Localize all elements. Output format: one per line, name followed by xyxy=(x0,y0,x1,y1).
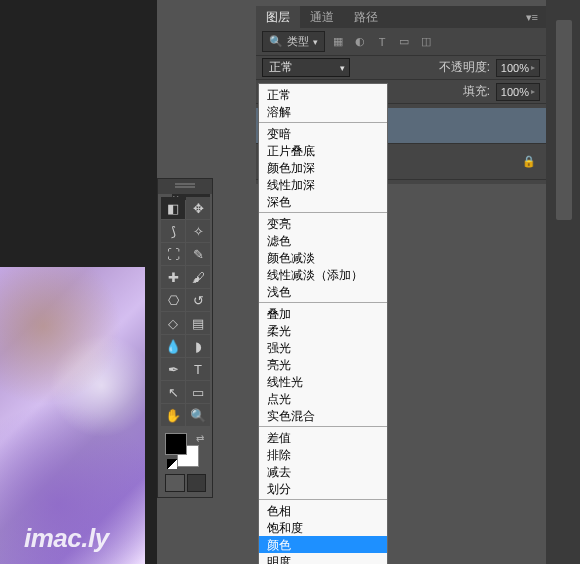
blend-mode-item[interactable]: 点光 xyxy=(259,390,387,407)
filter-adjust-icon[interactable]: ◐ xyxy=(351,33,369,51)
panel-tabs: 图层 通道 路径 ▾≡ xyxy=(256,6,546,28)
filter-shape-icon[interactable]: ▭ xyxy=(395,33,413,51)
tool-panel-grip[interactable] xyxy=(158,179,212,194)
blend-mode-item[interactable]: 颜色加深 xyxy=(259,159,387,176)
tool-stamp[interactable]: ⎔ xyxy=(161,289,185,311)
tool-crop[interactable]: ⛶ xyxy=(161,243,185,265)
filter-smart-icon[interactable]: ◫ xyxy=(417,33,435,51)
tool-heal[interactable]: ✚ xyxy=(161,266,185,288)
watermark: imac.ly xyxy=(24,523,109,554)
tool-move[interactable]: ✥ xyxy=(186,197,210,219)
blend-mode-item[interactable]: 排除 xyxy=(259,446,387,463)
tool-eyedropper[interactable]: ✎ xyxy=(186,243,210,265)
search-icon: 🔍 xyxy=(269,35,283,48)
blend-mode-item[interactable]: 亮光 xyxy=(259,356,387,373)
fill-input[interactable]: 100% xyxy=(496,83,540,101)
canvas-area xyxy=(0,0,157,564)
tool-panel: ◧✥⟆✧⛶✎✚🖌⎔↺◇▤💧◗✒T↖▭✋🔍⇄ xyxy=(157,178,213,498)
tool-hand[interactable]: ✋ xyxy=(161,404,185,426)
blend-mode-menu: 正常溶解变暗正片叠底颜色加深线性加深深色变亮滤色颜色减淡线性减淡（添加）浅色叠加… xyxy=(258,83,388,564)
blend-mode-item[interactable]: 叠加 xyxy=(259,305,387,322)
tool-dodge[interactable]: ◗ xyxy=(186,335,210,357)
swap-colors-icon[interactable]: ⇄ xyxy=(196,433,204,444)
tab-paths[interactable]: 路径 xyxy=(344,6,388,28)
blend-mode-item[interactable]: 饱和度 xyxy=(259,519,387,536)
opacity-label: 不透明度: xyxy=(439,59,490,76)
blend-mode-item[interactable]: 浅色 xyxy=(259,283,387,300)
filter-type-icon[interactable]: T xyxy=(373,33,391,51)
blend-current-label: 正常 xyxy=(269,59,293,76)
filter-pixel-icon[interactable]: ▦ xyxy=(329,33,347,51)
tool-brush[interactable]: 🖌 xyxy=(186,266,210,288)
tool-marquee[interactable]: ◧ xyxy=(161,197,185,219)
blend-mode-item[interactable]: 明度 xyxy=(259,553,387,564)
blend-mode-item[interactable]: 划分 xyxy=(259,480,387,497)
tool-type[interactable]: T xyxy=(186,358,210,380)
default-colors-icon[interactable] xyxy=(167,459,177,469)
tool-pen[interactable]: ✒ xyxy=(161,358,185,380)
lock-icon: 🔒 xyxy=(522,155,536,168)
blend-mode-item[interactable]: 颜色 xyxy=(259,536,387,553)
tab-channels[interactable]: 通道 xyxy=(300,6,344,28)
color-swatch[interactable]: ⇄ xyxy=(161,431,210,471)
blend-mode-item[interactable]: 色相 xyxy=(259,502,387,519)
blend-mode-item[interactable]: 滤色 xyxy=(259,232,387,249)
filter-kind-label: 类型 xyxy=(287,34,309,49)
blend-mode-item[interactable]: 柔光 xyxy=(259,322,387,339)
blend-mode-item[interactable]: 溶解 xyxy=(259,103,387,120)
panel-menu-icon[interactable]: ▾≡ xyxy=(518,11,546,24)
foreground-color[interactable] xyxy=(165,433,187,455)
tool-shape[interactable]: ▭ xyxy=(186,381,210,403)
blend-mode-item[interactable]: 正常 xyxy=(259,86,387,103)
blend-mode-item[interactable]: 变暗 xyxy=(259,125,387,142)
tool-blur[interactable]: 💧 xyxy=(161,335,185,357)
tab-layers[interactable]: 图层 xyxy=(256,6,300,28)
blend-mode-item[interactable]: 颜色减淡 xyxy=(259,249,387,266)
blend-mode-item[interactable]: 减去 xyxy=(259,463,387,480)
screen-mode-standard[interactable] xyxy=(165,474,185,492)
blend-mode-item[interactable]: 线性光 xyxy=(259,373,387,390)
tool-wand[interactable]: ✧ xyxy=(186,220,210,242)
blend-row: 正常 不透明度: 100% xyxy=(256,56,546,80)
fill-label: 填充: xyxy=(463,83,490,100)
blend-mode-item[interactable]: 线性减淡（添加） xyxy=(259,266,387,283)
blend-mode-item[interactable]: 强光 xyxy=(259,339,387,356)
blend-mode-item[interactable]: 实色混合 xyxy=(259,407,387,424)
filter-kind-dropdown[interactable]: 🔍 类型 xyxy=(262,31,325,52)
tool-gradient[interactable]: ▤ xyxy=(186,312,210,334)
tool-lasso[interactable]: ⟆ xyxy=(161,220,185,242)
tool-path[interactable]: ↖ xyxy=(161,381,185,403)
opacity-input[interactable]: 100% xyxy=(496,59,540,77)
blend-mode-item[interactable]: 变亮 xyxy=(259,215,387,232)
blend-mode-item[interactable]: 正片叠底 xyxy=(259,142,387,159)
canvas-image[interactable] xyxy=(0,267,145,564)
blend-mode-dropdown[interactable]: 正常 xyxy=(262,58,350,77)
tool-history[interactable]: ↺ xyxy=(186,289,210,311)
screen-mode-mask[interactable] xyxy=(187,474,207,492)
scrollbar-right[interactable] xyxy=(546,0,580,564)
blend-mode-item[interactable]: 深色 xyxy=(259,193,387,210)
tool-eraser[interactable]: ◇ xyxy=(161,312,185,334)
blend-mode-item[interactable]: 差值 xyxy=(259,429,387,446)
blend-mode-item[interactable]: 线性加深 xyxy=(259,176,387,193)
layer-filter-row: 🔍 类型 ▦ ◐ T ▭ ◫ xyxy=(256,28,546,56)
tool-zoom[interactable]: 🔍 xyxy=(186,404,210,426)
